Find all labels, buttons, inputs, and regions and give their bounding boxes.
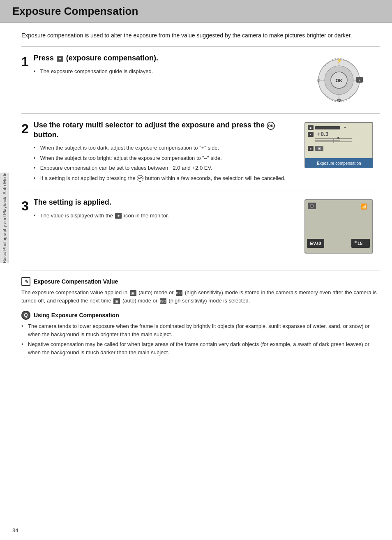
svg-text:⊞: ⊞ bbox=[318, 147, 321, 150]
exp-comp-inline-icon: ± bbox=[115, 213, 122, 219]
step-2-title-wrapper: Use the rotary multi selector to adjust … bbox=[34, 120, 289, 184]
high-sens-icon-2: ISO bbox=[160, 298, 166, 304]
step-1-bullets: The exposure compensation guide is displ… bbox=[34, 67, 289, 76]
note-2-block: Q Using Exposure Compensation The camera… bbox=[21, 311, 380, 356]
note-2-header: Q Using Exposure Compensation bbox=[21, 311, 380, 320]
auto-mode-icon-2: ▣ bbox=[113, 298, 120, 304]
note-2-bullets: The camera tends to lower exposure when … bbox=[21, 322, 380, 356]
step-2-diagram: ■ – ▪ +0.3 ± ⊞ bbox=[297, 120, 380, 170]
ok-button-icon: OK bbox=[267, 122, 275, 130]
exp-screen-svg: ■ – ▪ +0.3 ± ⊞ bbox=[303, 120, 375, 170]
note-2-bullet-1: The camera tends to lower exposure when … bbox=[21, 322, 380, 338]
step-2-left: 2 Use the rotary multi selector to adjus… bbox=[21, 120, 297, 184]
q-note-icon: Q bbox=[21, 311, 30, 320]
svg-text:▪: ▪ bbox=[310, 133, 311, 136]
step-2-bullet-1: When the subject is too dark: adjust the… bbox=[34, 144, 289, 152]
main-content: Exposure compensation is used to alter t… bbox=[9, 23, 392, 370]
svg-text:±: ± bbox=[309, 147, 311, 150]
step-1-title: Press ± (exposure compensation). bbox=[34, 53, 289, 63]
step-2-bullet-4: If a setting is not applied by pressing … bbox=[34, 174, 289, 182]
svg-point-35 bbox=[311, 205, 313, 207]
note-1-title: Exposure Compensation Value bbox=[34, 278, 118, 285]
step-3-bullet-1: The value is displayed with the ± icon i… bbox=[34, 212, 289, 220]
sidebar-tab: Basic Photography and Playback: Auto Mod… bbox=[0, 173, 9, 263]
intro-text: Exposure compensation is used to alter t… bbox=[21, 31, 380, 40]
note-2-bullet-2: Negative compensation may be called for … bbox=[21, 340, 380, 356]
step-2-title-text-2: button. bbox=[34, 131, 59, 139]
pencil-note-icon: ✎ bbox=[21, 277, 30, 286]
step-2-section: 2 Use the rotary multi selector to adjus… bbox=[21, 113, 380, 191]
step-3-diagram: 📶 EV±0 ▣ 15 bbox=[297, 198, 380, 255]
note-1-block: ✎ Exposure Compensation Value The exposu… bbox=[21, 277, 380, 305]
step-3-title-wrapper: The setting is applied. The value is dis… bbox=[34, 198, 289, 222]
svg-text:–: – bbox=[344, 125, 346, 130]
step-3-section: 3 The setting is applied. The value is d… bbox=[21, 191, 380, 262]
page-number: 34 bbox=[12, 527, 18, 533]
svg-text:📶: 📶 bbox=[360, 203, 367, 210]
step-3-number: 3 bbox=[21, 199, 29, 212]
step-3-bullets: The value is displayed with the ± icon i… bbox=[34, 212, 289, 220]
step-1-section: 1 Press ± (exposure compensation). The e… bbox=[21, 46, 380, 113]
ok-inline-icon: OK bbox=[137, 175, 143, 182]
note-2-title: Using Exposure Compensation bbox=[34, 312, 119, 318]
page-header: Exposure Compensation bbox=[0, 0, 392, 23]
auto-mode-icon-1: ▣ bbox=[130, 290, 136, 296]
step-2-bullet-3: Exposure compensation can be set to valu… bbox=[34, 164, 289, 172]
svg-text:15: 15 bbox=[357, 241, 362, 246]
step-1-left: 1 Press ± (exposure compensation). The e… bbox=[21, 53, 297, 77]
svg-text:EV±0: EV±0 bbox=[310, 241, 321, 246]
step-3-left: 3 The setting is applied. The value is d… bbox=[21, 198, 297, 222]
step-1-title-post: (exposure compensation). bbox=[64, 54, 158, 62]
camera-dial-svg: OK ⚡ ✿ ☺ ± bbox=[303, 53, 375, 107]
step-3-title: The setting is applied. bbox=[34, 198, 289, 207]
step-2-number: 2 bbox=[21, 122, 29, 135]
monitor-svg: 📶 EV±0 ▣ 15 bbox=[303, 198, 375, 255]
note-1-header: ✎ Exposure Compensation Value bbox=[21, 277, 380, 286]
step-2-title-text: Use the rotary multi selector to adjust … bbox=[34, 121, 267, 129]
note-1-text: The exposure compensation value applied … bbox=[21, 288, 380, 305]
step-2-bullet-2: When the subject is too bright: adjust t… bbox=[34, 154, 289, 162]
svg-rect-16 bbox=[315, 126, 340, 129]
page-title: Exposure Compensation bbox=[12, 5, 380, 18]
step-1-number: 1 bbox=[21, 55, 29, 68]
svg-text:▣: ▣ bbox=[354, 240, 357, 244]
step-2-title: Use the rotary multi selector to adjust … bbox=[34, 120, 289, 140]
step-2-bullets: When the subject is too dark: adjust the… bbox=[34, 144, 289, 182]
step-1-title-wrapper: Press ± (exposure compensation). The exp… bbox=[34, 53, 289, 77]
svg-text:OK: OK bbox=[335, 78, 342, 83]
notes-section: ✎ Exposure Compensation Value The exposu… bbox=[21, 270, 380, 356]
step-1-bullet-1: The exposure compensation guide is displ… bbox=[34, 67, 289, 76]
step-1-diagram: OK ⚡ ✿ ☺ ± bbox=[297, 53, 380, 107]
svg-text:Exposure compensation: Exposure compensation bbox=[317, 161, 361, 166]
sidebar-label: Basic Photography and Playback: Auto Mod… bbox=[2, 173, 7, 263]
svg-text:■: ■ bbox=[309, 126, 311, 130]
svg-text:±: ± bbox=[358, 78, 360, 82]
exposure-compensation-icon: ± bbox=[57, 56, 63, 62]
step-1-title-pre: Press bbox=[34, 54, 56, 62]
high-sens-icon-1: ISO bbox=[176, 290, 182, 296]
svg-text:+0.3: +0.3 bbox=[317, 131, 329, 137]
